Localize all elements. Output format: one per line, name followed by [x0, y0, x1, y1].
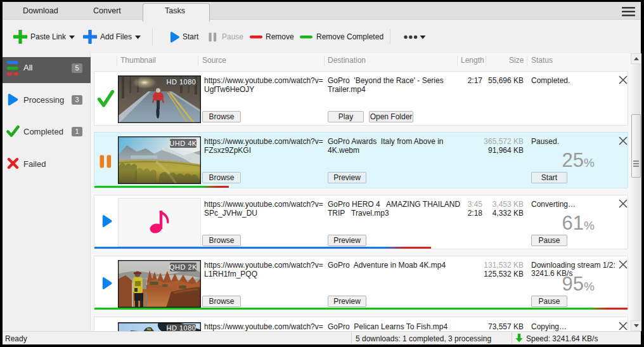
svg-text:QHD 2K: QHD 2K	[169, 263, 197, 271]
svg-text:HD 1080: HD 1080	[167, 78, 196, 86]
svg-text:HD 1080: HD 1080	[167, 324, 196, 332]
svg-text:UHD 4K: UHD 4K	[169, 140, 197, 147]
